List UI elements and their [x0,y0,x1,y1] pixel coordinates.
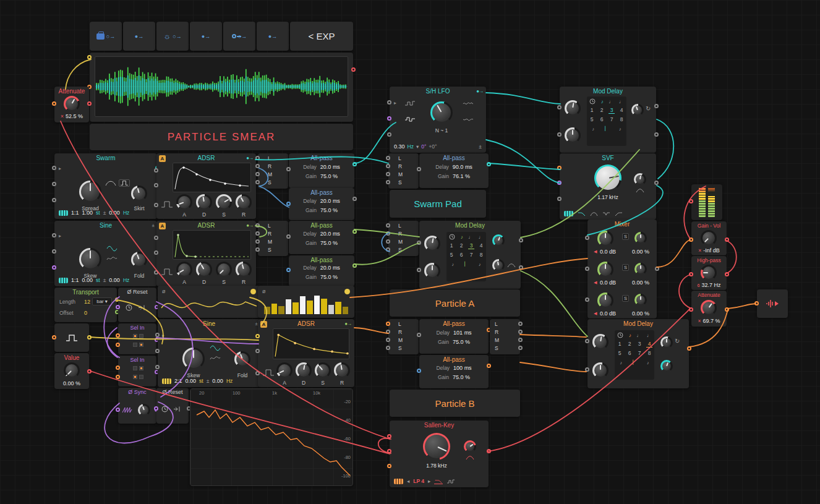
offset-value[interactable]: 0 [84,310,87,316]
port-in[interactable] [52,101,56,106]
ratio-value[interactable]: 2:1 [174,378,182,384]
gain-value[interactable]: 75.0 % [453,339,470,345]
port-out[interactable] [487,449,491,453]
port-out[interactable] [518,346,523,350]
port-in[interactable] [386,338,390,342]
cutoff-knob[interactable] [594,164,621,192]
delay-value[interactable]: 101 ms [453,330,472,336]
semitone-value[interactable]: 0.00 [82,277,93,283]
division-option[interactable]: 4 [618,107,625,114]
feedback-knob[interactable] [492,234,505,247]
port-out[interactable] [352,263,357,268]
select-step[interactable] [133,343,137,347]
channel-pan-value[interactable]: 0.00 % [632,280,649,286]
port-in[interactable] [255,164,260,168]
division-option-selected[interactable]: 3 [609,107,615,114]
division-option-selected[interactable]: 4 [646,341,652,348]
port-in[interactable] [557,181,562,185]
bandpass-icon[interactable] [590,211,598,216]
port-in[interactable] [52,182,56,186]
gain-value[interactable]: -Inf dB [703,247,720,254]
delay-time-panel[interactable]: ♪♩♩ 1234 5678 ♪▏♪ [587,96,626,146]
port-in[interactable] [286,202,291,206]
curve-plot[interactable] [159,292,259,317]
port-in[interactable] [585,297,589,302]
port-in[interactable] [585,367,589,372]
port-out[interactable] [725,237,729,242]
gate-port-in[interactable] [154,270,158,275]
steps-bars[interactable] [264,295,348,314]
note-icon[interactable]: ♩ [609,99,613,105]
port-in[interactable] [386,346,390,350]
port-in[interactable] [255,180,260,184]
division-option[interactable]: 8 [478,252,484,258]
port-in[interactable] [255,349,260,353]
port-in[interactable] [154,250,158,255]
select-step[interactable] [133,375,137,379]
port-out[interactable] [518,330,523,334]
cutoff-value[interactable]: 1.17 kHz [591,194,625,200]
delay-value[interactable]: 20.0 ms [320,265,340,271]
division-option[interactable]: 6 [599,116,605,122]
fold-knob[interactable] [234,351,250,367]
cutoff-knob[interactable] [423,433,450,460]
port-in[interactable] [754,301,759,305]
resonance-knob[interactable] [464,440,476,453]
time-knob[interactable] [424,236,440,252]
fold-knob[interactable] [131,252,147,268]
port-in[interactable] [116,343,120,347]
note-icon[interactable]: ♪ [479,262,481,267]
highpass-icon[interactable] [615,211,623,216]
phase-offset-value[interactable]: +0° [429,143,437,150]
port-out[interactable] [487,162,491,166]
port-out[interactable] [519,265,523,270]
port-in[interactable] [557,132,562,137]
smooth-random-icon[interactable] [463,100,474,106]
length-unit-dropdown[interactable]: bar▾ [92,297,112,305]
decay-knob[interactable] [196,262,212,278]
gain-value[interactable]: 75.0 % [320,240,338,246]
channel-gain-knob[interactable] [597,293,613,309]
keytrack-icon[interactable] [59,278,68,283]
port-in[interactable] [154,406,158,411]
semitone-value[interactable]: 1.00 [82,210,93,216]
note-icon[interactable]: ♩ [479,234,484,240]
port-in[interactable] [286,167,291,171]
port-out[interactable] [487,364,491,368]
cutoff-knob[interactable] [701,265,717,281]
sync-knob[interactable] [138,404,150,416]
steps-wave-icon[interactable] [404,116,416,122]
phase-value[interactable]: 0° [421,143,426,150]
port-in[interactable] [417,241,421,245]
port-in[interactable] [417,167,421,171]
feedback-knob[interactable] [631,104,644,116]
channel-gain-value[interactable]: 0.0 dB [600,280,616,286]
semitone-value[interactable]: 0.00 [186,378,197,384]
port-out[interactable] [655,267,659,271]
note-icon[interactable]: ♪ [619,127,621,131]
port-in[interactable] [286,268,291,272]
steps-wave-icon[interactable] [404,100,416,106]
toolbar-slot-pitch[interactable]: ○→ [223,22,255,51]
port-in[interactable] [255,223,260,228]
port-in[interactable] [386,223,390,228]
port-in[interactable] [87,55,92,59]
note-icon[interactable]: ♪ [461,234,463,240]
port-in[interactable] [387,132,391,137]
lowpass-icon[interactable] [578,211,586,216]
port-out[interactable] [87,335,92,340]
channel-pan-knob[interactable] [634,263,647,275]
sustain-knob[interactable] [315,362,331,378]
keytrack-icon[interactable] [162,378,171,384]
channel-gain-value[interactable]: 0.0 dB [600,310,616,317]
port-in[interactable] [386,239,390,244]
port-in[interactable] [52,249,56,254]
time-knob[interactable] [565,100,581,116]
port-in[interactable] [52,335,56,340]
port-in[interactable] [255,172,260,176]
division-option[interactable]: 6 [626,350,633,356]
port-in[interactable] [386,231,390,236]
division-option[interactable]: 1 [617,341,623,348]
toolbar-slot-gate[interactable]: ☼○→ [156,22,189,51]
port-in[interactable] [386,172,390,176]
